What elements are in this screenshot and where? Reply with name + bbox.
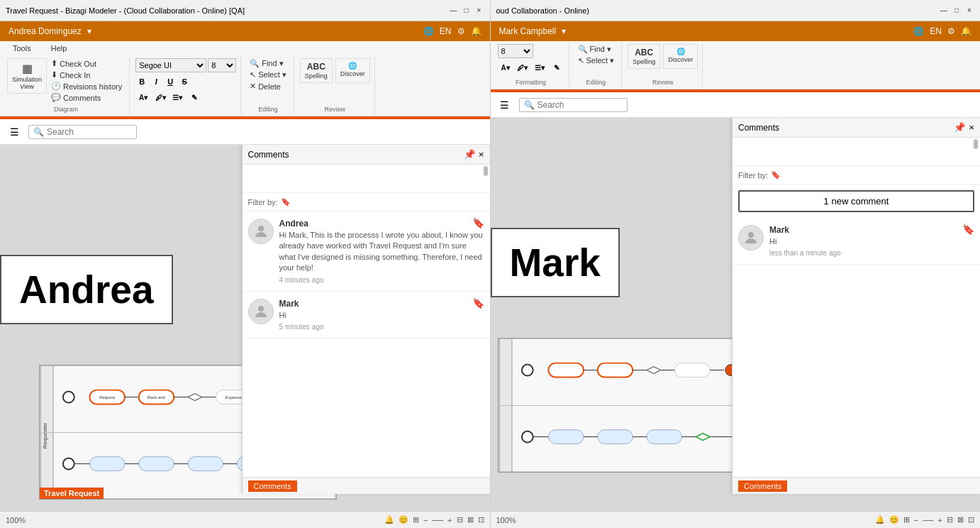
bold-btn-left[interactable]: B — [135, 75, 148, 88]
left-user-info: Andrea Dominguez ▾ — [9, 26, 91, 36]
svg-text:Back end: Back end — [147, 395, 165, 400]
left-user-bar: Andrea Dominguez ▾ 🌐 EN ⚙ 🔔 — [0, 21, 490, 41]
comments-close-btn-left[interactable]: × — [479, 149, 484, 160]
comments-pin-btn-right[interactable]: 📌 — [954, 122, 966, 133]
maximize-btn-right[interactable]: □ — [952, 6, 962, 16]
check-out-icon: ⬆ — [51, 59, 57, 68]
right-canvas: Mark — [491, 118, 981, 511]
check-out-btn[interactable]: ⬆ Check Out — [48, 58, 125, 69]
comments-pin-btn-left[interactable]: 📌 — [464, 149, 476, 160]
align-btn-left[interactable]: ☰▾ — [169, 91, 185, 104]
zoom-in-icon-left[interactable]: + — [447, 516, 452, 524]
search-icon-left: 🔍 — [33, 127, 44, 137]
comments-panel-left: Comments 📌 × Filter by: 🔖 — [242, 145, 490, 494]
font-color-btn-left[interactable]: A▾ — [135, 91, 151, 104]
profile-icon-left[interactable]: 🔔 — [471, 26, 481, 36]
profile-icon-right[interactable]: 🔔 — [961, 26, 971, 36]
discover-btn-left[interactable]: 🌐 Discover — [338, 60, 368, 79]
maximize-btn-left[interactable]: □ — [462, 6, 472, 16]
zoom-in-icon-right[interactable]: + — [938, 516, 942, 524]
find-btn-right[interactable]: 🔍 Find ▾ — [575, 44, 618, 55]
select-icon-right: ↖ — [578, 56, 584, 65]
svg-rect-19 — [139, 457, 174, 471]
comment-text-mark-left: Hi — [279, 310, 484, 321]
svg-rect-36 — [597, 363, 632, 378]
bookmark-filter-icon-right[interactable]: 🔖 — [771, 170, 781, 180]
new-comment-banner[interactable]: 1 new comment — [738, 190, 974, 212]
font-size-select-right[interactable]: 8 — [498, 44, 533, 58]
delete-btn-left[interactable]: ✕ Delete — [247, 81, 289, 92]
clear-format-btn-right[interactable]: ✎ — [549, 61, 564, 74]
spelling-btn-right[interactable]: ABC Spelling — [630, 46, 658, 67]
left-ribbon-tabs: Tools Help — [0, 41, 490, 55]
highlight-btn-right[interactable]: 🖊▾ — [515, 61, 530, 74]
minimize-btn-right[interactable]: — — [939, 6, 949, 16]
svg-text:Expense: Expense — [225, 395, 243, 400]
left-title-controls: — □ × — [449, 6, 484, 16]
comments-close-btn-right[interactable]: × — [969, 122, 974, 133]
search-input-right[interactable] — [538, 100, 623, 110]
bell-icon-right: 🔔 — [875, 515, 885, 524]
comment-item-mark-right: Mark Hi less than a minute ago 🔖 — [733, 218, 980, 265]
check-in-btn[interactable]: ⬇ Check In — [48, 70, 125, 80]
strikethrough-btn-left[interactable]: S — [178, 75, 191, 88]
highlight-btn-left[interactable]: 🖊▾ — [152, 91, 168, 104]
zoom-out-icon-right[interactable]: − — [914, 516, 918, 524]
comments-header-icons-right: 📌 × — [954, 122, 974, 133]
simulation-view-btn[interactable]: ▦ SimulationView — [9, 60, 45, 92]
right-user-bar: Mark Campbell ▾ 🌐 EN ⚙ 🔔 — [491, 21, 981, 41]
svg-point-17 — [63, 458, 74, 470]
svg-rect-18 — [89, 457, 124, 471]
layout4-icon-right: ⊡ — [968, 515, 974, 524]
underline-btn-left[interactable]: U — [164, 75, 177, 88]
select-btn-right[interactable]: ↖ Select ▾ — [575, 55, 618, 66]
comments-panel-header-left: Comments 📌 × — [243, 145, 490, 165]
left-status-bar: 100% 🔔 😊 ⊞ − ── + ⊟ ⊠ ⊡ — [0, 511, 490, 528]
minimize-btn-left[interactable]: — — [449, 6, 459, 16]
comment-author-mark-left: Mark — [279, 299, 484, 309]
comments-tab-btn-left[interactable]: Comments — [248, 480, 297, 492]
font-family-select-left[interactable]: Segoe UI — [135, 58, 206, 72]
bookmark-filter-icon-left[interactable]: 🔖 — [281, 197, 291, 207]
right-username: Mark Campbell — [499, 26, 557, 36]
comments-panel-right: Comments 📌 × Filter by: 🔖 — [732, 118, 980, 494]
right-formatting-group: 8 A▾ 🖊▾ ☰▾ ✎ Formatting — [494, 43, 569, 87]
comments-btn[interactable]: 💬 Comments — [48, 92, 125, 103]
align-btn-right[interactable]: ☰▾ — [532, 61, 547, 74]
settings-icon-left[interactable]: ⚙ — [457, 26, 465, 36]
right-title-controls: — □ × — [939, 6, 974, 16]
comments-list-left: Andrea Hi Mark, This is the processs I w… — [243, 211, 490, 477]
comments-tab-btn-right[interactable]: Comments — [738, 480, 787, 492]
left-status-icons: 🔔 😊 ⊞ − ── + ⊟ ⊠ ⊡ — [384, 515, 484, 524]
ribbon-group-diagram: ▦ SimulationView ⬆ Check Out ⬇ Check In — [3, 57, 130, 114]
find-btn-left[interactable]: 🔍 Find ▾ — [247, 58, 289, 69]
hamburger-btn-left[interactable]: ☰ — [6, 123, 23, 141]
spelling-btn-left[interactable]: ABC Spelling — [302, 60, 330, 81]
zoom-out-icon-left[interactable]: − — [423, 516, 428, 524]
search-input-left[interactable] — [47, 127, 132, 137]
spelling-icon-left: ABC — [307, 62, 325, 72]
simulation-icon: ▦ — [22, 62, 33, 75]
hamburger-btn-right[interactable]: ☰ — [496, 97, 513, 114]
scroll-thumb-up-left — [484, 166, 488, 176]
mark-label-overlay: Mark — [491, 228, 620, 297]
font-size-select-left[interactable]: 8 — [208, 58, 236, 72]
select-btn-left[interactable]: ↖ Select ▾ — [247, 70, 289, 80]
layout1-icon-left: ⊞ — [413, 515, 419, 524]
discover-icon-left: 🌐 — [348, 62, 357, 70]
tab-help-left[interactable]: Help — [41, 41, 77, 55]
svg-rect-46 — [647, 430, 681, 444]
revisions-history-btn[interactable]: 🕐 Revisions history — [48, 81, 125, 92]
left-lang: EN — [440, 26, 452, 36]
discover-btn-right[interactable]: 🌐 Discover — [665, 46, 696, 65]
tab-tools-left[interactable]: Tools — [3, 41, 41, 55]
close-btn-left[interactable]: × — [474, 6, 484, 16]
settings-icon-right[interactable]: ⚙ — [947, 26, 955, 36]
comment-body-andrea: Andrea Hi Mark, This is the processs I w… — [279, 219, 484, 284]
italic-btn-left[interactable]: I — [150, 75, 162, 88]
delete-icon-left: ✕ — [250, 82, 256, 91]
font-color-btn-right[interactable]: A▾ — [498, 61, 513, 74]
clear-format-btn-left[interactable]: ✎ — [186, 91, 202, 104]
close-btn-right[interactable]: × — [964, 6, 974, 16]
check-in-icon: ⬇ — [51, 70, 57, 79]
